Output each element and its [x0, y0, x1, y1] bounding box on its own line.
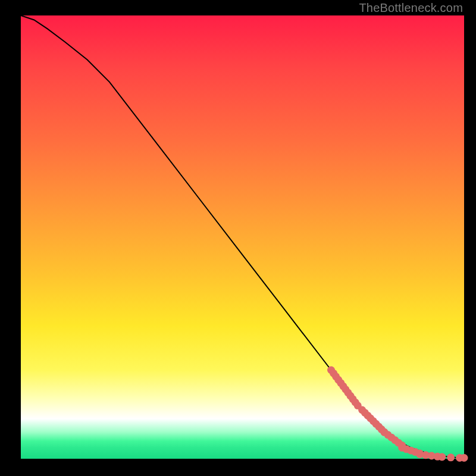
curve-path	[21, 15, 464, 458]
data-marker	[461, 454, 468, 462]
data-marker	[438, 453, 446, 461]
chart-canvas: TheBottleneck.com	[0, 0, 476, 476]
data-marker	[447, 453, 455, 461]
marker-group	[327, 367, 468, 462]
chart-svg	[21, 15, 464, 459]
attribution-text: TheBottleneck.com	[359, 1, 463, 15]
plot-area	[21, 15, 464, 459]
